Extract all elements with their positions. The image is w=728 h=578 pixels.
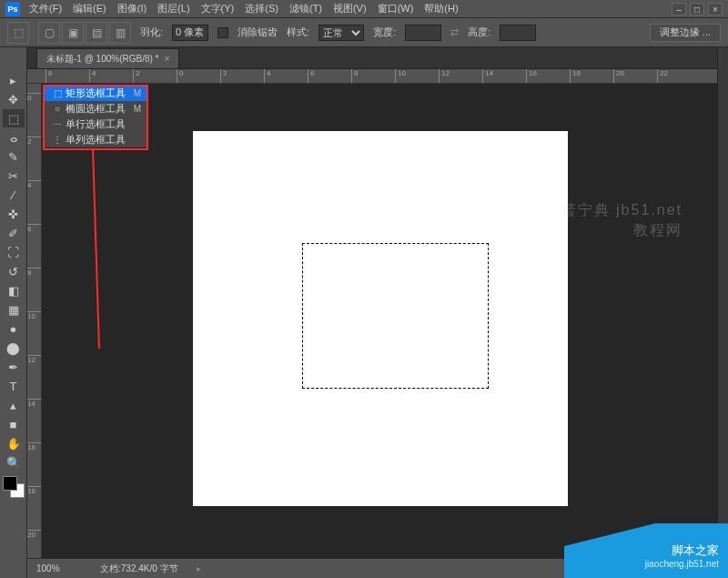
menu-image[interactable]: 图像(I) [117,2,147,15]
eyedropper-tool[interactable]: ⁄ [3,186,25,204]
height-input[interactable] [500,25,536,41]
antialias-label: 消除锯齿 [238,25,278,39]
quick-select-tool[interactable]: ✎ [3,147,25,166]
canvas-area[interactable] [42,84,717,558]
menu-type[interactable]: 文字(Y) [201,2,235,15]
close-button[interactable]: × [708,3,723,15]
menu-layer[interactable]: 图层(L) [157,2,189,15]
flyout-item-shortcut: M [134,104,141,114]
flyout-item-label: 单行选框工具 [66,117,141,131]
menu-window[interactable]: 窗口(W) [378,2,414,15]
menu-file[interactable]: 文件(F) [29,2,62,15]
spot-heal-tool[interactable]: ✜ [3,205,25,223]
tool-preset-icon[interactable]: ⬚ [7,22,29,44]
blur-tool[interactable]: ● [3,319,25,338]
canvas[interactable] [193,131,568,506]
menu-bar: 文件(F) 编辑(E) 图像(I) 图层(L) 文字(Y) 选择(S) 滤镜(T… [29,2,459,15]
flyout-item-shortcut: M [134,88,141,98]
shape-tool[interactable]: ■ [3,415,25,433]
selection-new-icon[interactable]: ▢ [38,22,60,44]
width-input[interactable] [405,25,441,41]
dodge-tool[interactable]: ⬤ [3,339,25,357]
panel-dock[interactable] [717,47,728,558]
options-bar: ⬚ ▢ ▣ ▤ ▥ 羽化: 消除锯齿 样式: 正常 宽度: ⇄ 高度: 调整边缘… [0,18,728,47]
crop-tool[interactable]: ✂ [3,167,25,185]
flyout-item-icon: ⋯ [49,119,66,129]
menu-edit[interactable]: 编辑(E) [73,2,106,15]
doc-size: 文档:732.4K/0 字节 [100,563,178,575]
ps-logo-icon: Ps [5,2,20,16]
toolbox: ▸✥⬚ⴰ✎✂⁄✜✐⛶↺◧▦●⬤✒T▴■✋🔍 [0,47,27,578]
flyout-item-label: 椭圆选框工具 [66,102,134,116]
document-tab[interactable]: 未标题-1 @ 100%(RGB/8) * × [36,48,179,68]
watermark: 普宁典 jb51.net 教程网 [561,200,682,240]
gradient-tool[interactable]: ▦ [3,300,25,319]
menu-filter[interactable]: 滤镜(T) [289,2,322,15]
path-select-tool[interactable]: ▴ [3,396,25,414]
flyout-item[interactable]: ⋮单列选框工具 [44,132,147,147]
tab-toggle[interactable]: ▸ [3,71,25,89]
marquee-tool[interactable]: ⬚ [3,109,25,127]
style-select[interactable]: 正常 [318,25,364,41]
status-arrow-icon[interactable]: ▸ [197,563,201,573]
zoom-tool[interactable]: 🔍 [3,453,25,472]
stamp-tool[interactable]: ⛶ [3,243,25,261]
corner-watermark: 脚本之家 jiaocheng.jb51.net [564,523,728,578]
document-tab-title: 未标题-1 @ 100%(RGB/8) * [46,53,159,66]
style-label: 样式: [287,25,309,39]
minimize-button[interactable]: – [672,3,686,15]
selection-add-icon[interactable]: ▣ [62,22,84,44]
flyout-item[interactable]: ⋯单行选框工具 [44,117,147,132]
pen-tool[interactable]: ✒ [3,358,25,376]
ruler-horizontal: 6420246810121416182022 [27,69,717,84]
brush-tool[interactable]: ✐ [3,224,25,242]
marquee-flyout-menu: ⬚矩形选框工具M○椭圆选框工具M⋯单行选框工具⋮单列选框工具 [43,85,147,148]
selection-intersect-icon[interactable]: ▥ [109,22,131,44]
flyout-item-icon: ○ [49,104,66,114]
flyout-item-label: 单列选框工具 [66,133,141,147]
flyout-item-icon: ⬚ [49,88,66,98]
flyout-item[interactable]: ⬚矩形选框工具M [44,86,147,101]
swap-icon[interactable]: ⇄ [450,26,459,38]
height-label: 高度: [468,25,490,39]
flyout-item-icon: ⋮ [49,135,66,145]
feather-input[interactable] [172,25,208,41]
color-swatch[interactable] [3,476,25,498]
lasso-tool[interactable]: ⴰ [3,128,25,147]
menu-view[interactable]: 视图(V) [333,2,367,15]
menu-select[interactable]: 选择(S) [245,2,278,15]
selection-subtract-icon[interactable]: ▤ [86,22,107,44]
width-label: 宽度: [373,25,396,39]
flyout-item[interactable]: ○椭圆选框工具M [44,101,147,117]
hand-tool[interactable]: ✋ [3,434,25,452]
maximize-button[interactable]: □ [690,3,704,15]
ruler-vertical: 02468101214161820 [27,84,42,558]
menu-help[interactable]: 帮助(H) [424,2,458,15]
adjust-edge-button[interactable]: 调整边缘 ... [650,24,721,42]
marquee-selection[interactable] [302,243,489,389]
eraser-tool[interactable]: ◧ [3,281,25,299]
type-tool[interactable]: T [3,377,25,395]
flyout-item-label: 矩形选框工具 [66,86,134,100]
history-brush-tool[interactable]: ↺ [3,262,25,280]
feather-label: 羽化: [140,25,163,39]
tab-close-icon[interactable]: × [165,54,170,64]
zoom-level[interactable]: 100% [36,563,82,573]
antialias-checkbox[interactable] [217,27,228,38]
move-tool[interactable]: ✥ [3,90,25,108]
